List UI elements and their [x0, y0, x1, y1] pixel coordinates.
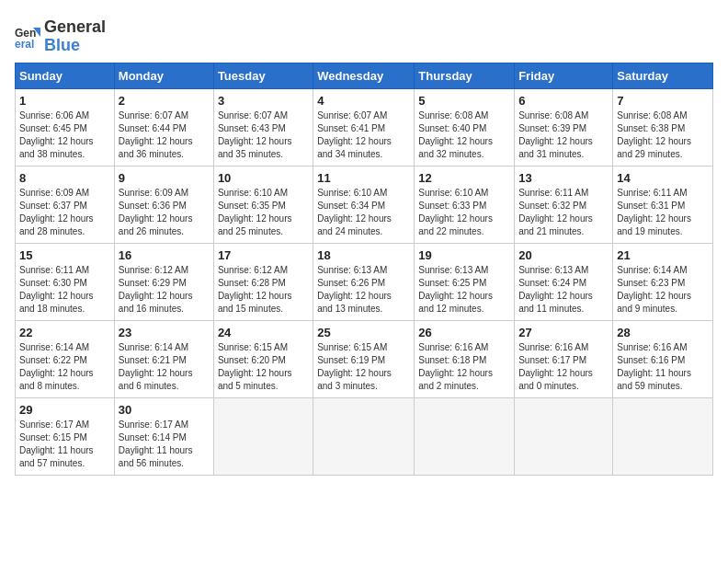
day-info: Sunrise: 6:09 AM Sunset: 6:37 PM Dayligh… [19, 187, 110, 238]
day-info: Sunrise: 6:14 AM Sunset: 6:21 PM Dayligh… [119, 341, 210, 393]
day-number: 27 [518, 326, 609, 339]
calendar-cell: 14Sunrise: 6:11 AM Sunset: 6:31 PM Dayli… [613, 166, 713, 243]
day-number: 19 [418, 248, 510, 262]
weekday-header-sunday: Sunday [16, 63, 115, 88]
day-info: Sunrise: 6:12 AM Sunset: 6:28 PM Dayligh… [218, 264, 309, 316]
day-number: 16 [119, 248, 210, 262]
day-info: Sunrise: 6:16 AM Sunset: 6:16 PM Dayligh… [617, 341, 709, 393]
day-number: 2 [119, 94, 210, 108]
day-number: 11 [317, 171, 410, 185]
calendar-cell: 30Sunrise: 6:17 AM Sunset: 6:14 PM Dayli… [114, 397, 213, 475]
calendar-cell [515, 397, 613, 475]
day-info: Sunrise: 6:13 AM Sunset: 6:24 PM Dayligh… [518, 264, 609, 316]
day-info: Sunrise: 6:16 AM Sunset: 6:17 PM Dayligh… [518, 341, 609, 393]
day-number: 20 [518, 248, 609, 262]
calendar-cell: 4Sunrise: 6:07 AM Sunset: 6:41 PM Daylig… [313, 88, 415, 166]
calendar-cell: 17Sunrise: 6:12 AM Sunset: 6:28 PM Dayli… [213, 243, 313, 320]
calendar-week-4: 22Sunrise: 6:14 AM Sunset: 6:22 PM Dayli… [16, 320, 713, 397]
calendar-cell [313, 397, 415, 475]
calendar-cell: 10Sunrise: 6:10 AM Sunset: 6:35 PM Dayli… [213, 166, 313, 243]
calendar-cell: 11Sunrise: 6:10 AM Sunset: 6:34 PM Dayli… [313, 166, 415, 243]
calendar-week-2: 8Sunrise: 6:09 AM Sunset: 6:37 PM Daylig… [16, 166, 713, 243]
day-number: 5 [418, 94, 510, 108]
weekday-header-wednesday: Wednesday [313, 63, 415, 88]
day-info: Sunrise: 6:10 AM Sunset: 6:33 PM Dayligh… [418, 187, 510, 238]
calendar-cell: 3Sunrise: 6:07 AM Sunset: 6:43 PM Daylig… [213, 88, 313, 166]
day-info: Sunrise: 6:10 AM Sunset: 6:35 PM Dayligh… [218, 187, 309, 238]
day-info: Sunrise: 6:08 AM Sunset: 6:40 PM Dayligh… [418, 109, 510, 161]
calendar-cell: 12Sunrise: 6:10 AM Sunset: 6:33 PM Dayli… [415, 166, 515, 243]
calendar-cell: 24Sunrise: 6:15 AM Sunset: 6:20 PM Dayli… [213, 320, 313, 397]
calendar-cell: 21Sunrise: 6:14 AM Sunset: 6:23 PM Dayli… [613, 243, 713, 320]
day-number: 1 [19, 94, 110, 108]
day-info: Sunrise: 6:11 AM Sunset: 6:30 PM Dayligh… [19, 264, 110, 316]
calendar-cell: 23Sunrise: 6:14 AM Sunset: 6:21 PM Dayli… [114, 320, 213, 397]
day-number: 14 [617, 171, 709, 185]
calendar-cell: 7Sunrise: 6:08 AM Sunset: 6:38 PM Daylig… [613, 88, 713, 166]
day-info: Sunrise: 6:13 AM Sunset: 6:26 PM Dayligh… [317, 264, 410, 316]
weekday-header-thursday: Thursday [415, 63, 515, 88]
calendar-cell: 16Sunrise: 6:12 AM Sunset: 6:29 PM Dayli… [114, 243, 213, 320]
day-number: 9 [119, 171, 210, 185]
day-info: Sunrise: 6:09 AM Sunset: 6:36 PM Dayligh… [119, 187, 210, 238]
day-info: Sunrise: 6:16 AM Sunset: 6:18 PM Dayligh… [418, 341, 510, 393]
calendar-cell: 22Sunrise: 6:14 AM Sunset: 6:22 PM Dayli… [16, 320, 115, 397]
calendar-cell: 25Sunrise: 6:15 AM Sunset: 6:19 PM Dayli… [313, 320, 415, 397]
day-number: 24 [218, 326, 309, 339]
calendar-week-5: 29Sunrise: 6:17 AM Sunset: 6:15 PM Dayli… [16, 397, 713, 475]
calendar-cell: 19Sunrise: 6:13 AM Sunset: 6:25 PM Dayli… [415, 243, 515, 320]
calendar-cell [213, 397, 313, 475]
calendar-cell: 2Sunrise: 6:07 AM Sunset: 6:44 PM Daylig… [114, 88, 213, 166]
day-info: Sunrise: 6:11 AM Sunset: 6:32 PM Dayligh… [518, 187, 609, 238]
day-number: 28 [617, 326, 709, 339]
day-number: 26 [418, 326, 510, 339]
day-number: 7 [617, 94, 709, 108]
day-info: Sunrise: 6:06 AM Sunset: 6:45 PM Dayligh… [19, 109, 110, 161]
calendar-cell: 28Sunrise: 6:16 AM Sunset: 6:16 PM Dayli… [613, 320, 713, 397]
calendar-cell: 29Sunrise: 6:17 AM Sunset: 6:15 PM Dayli… [16, 397, 115, 475]
logo: Gen eral GeneralBlue [15, 18, 106, 55]
day-info: Sunrise: 6:11 AM Sunset: 6:31 PM Dayligh… [617, 187, 709, 238]
day-number: 23 [119, 326, 210, 339]
day-info: Sunrise: 6:07 AM Sunset: 6:44 PM Dayligh… [119, 109, 210, 161]
day-number: 4 [317, 94, 410, 108]
calendar-cell: 27Sunrise: 6:16 AM Sunset: 6:17 PM Dayli… [515, 320, 613, 397]
day-info: Sunrise: 6:13 AM Sunset: 6:25 PM Dayligh… [418, 264, 510, 316]
day-info: Sunrise: 6:12 AM Sunset: 6:29 PM Dayligh… [119, 264, 210, 316]
day-info: Sunrise: 6:08 AM Sunset: 6:38 PM Dayligh… [617, 109, 709, 161]
day-info: Sunrise: 6:08 AM Sunset: 6:39 PM Dayligh… [518, 109, 609, 161]
calendar-cell: 6Sunrise: 6:08 AM Sunset: 6:39 PM Daylig… [515, 88, 613, 166]
calendar-cell: 20Sunrise: 6:13 AM Sunset: 6:24 PM Dayli… [515, 243, 613, 320]
day-info: Sunrise: 6:10 AM Sunset: 6:34 PM Dayligh… [317, 187, 410, 238]
day-info: Sunrise: 6:07 AM Sunset: 6:41 PM Dayligh… [317, 109, 410, 161]
calendar-cell: 18Sunrise: 6:13 AM Sunset: 6:26 PM Dayli… [313, 243, 415, 320]
weekday-header-friday: Friday [515, 63, 613, 88]
day-number: 3 [218, 94, 309, 108]
calendar-cell [415, 397, 515, 475]
svg-text:eral: eral [15, 38, 34, 50]
day-info: Sunrise: 6:15 AM Sunset: 6:20 PM Dayligh… [218, 341, 309, 393]
day-number: 6 [518, 94, 609, 108]
day-number: 18 [317, 248, 410, 262]
calendar-week-1: 1Sunrise: 6:06 AM Sunset: 6:45 PM Daylig… [16, 88, 713, 166]
day-number: 29 [19, 403, 110, 417]
day-info: Sunrise: 6:14 AM Sunset: 6:23 PM Dayligh… [617, 264, 709, 316]
logo-icon: Gen eral [15, 24, 40, 50]
day-number: 25 [317, 326, 410, 339]
weekday-header-monday: Monday [114, 63, 213, 88]
calendar-cell [613, 397, 713, 475]
calendar-cell: 1Sunrise: 6:06 AM Sunset: 6:45 PM Daylig… [16, 88, 115, 166]
calendar-cell: 9Sunrise: 6:09 AM Sunset: 6:36 PM Daylig… [114, 166, 213, 243]
day-number: 17 [218, 248, 309, 262]
calendar-cell: 26Sunrise: 6:16 AM Sunset: 6:18 PM Dayli… [415, 320, 515, 397]
calendar-table: SundayMondayTuesdayWednesdayThursdayFrid… [15, 63, 713, 476]
page-header: Gen eral GeneralBlue [15, 15, 713, 55]
calendar-cell: 5Sunrise: 6:08 AM Sunset: 6:40 PM Daylig… [415, 88, 515, 166]
calendar-week-3: 15Sunrise: 6:11 AM Sunset: 6:30 PM Dayli… [16, 243, 713, 320]
day-number: 21 [617, 248, 709, 262]
logo-text: GeneralBlue [44, 18, 106, 55]
day-number: 13 [518, 171, 609, 185]
weekday-header-saturday: Saturday [613, 63, 713, 88]
calendar-cell: 13Sunrise: 6:11 AM Sunset: 6:32 PM Dayli… [515, 166, 613, 243]
calendar-cell: 8Sunrise: 6:09 AM Sunset: 6:37 PM Daylig… [16, 166, 115, 243]
